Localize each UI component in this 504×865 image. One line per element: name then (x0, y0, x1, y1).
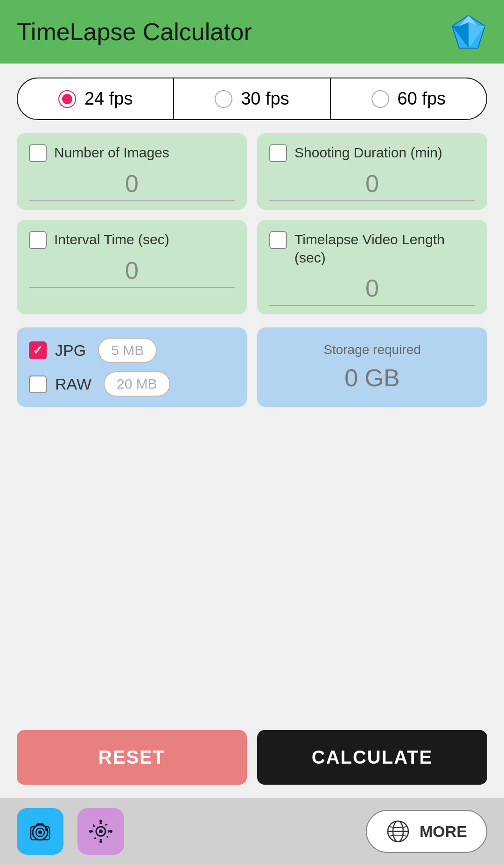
svg-point-13 (110, 830, 112, 833)
raw-size[interactable]: 20 MB (104, 371, 170, 397)
fps-30-option[interactable]: 30 fps (174, 78, 330, 120)
svg-point-6 (38, 830, 42, 834)
action-buttons: RESET CALCULATE (0, 730, 504, 798)
interval-time-card: Interval Time (sec) 0 (17, 220, 247, 314)
raw-label: RAW (55, 375, 91, 393)
diamond-icon (450, 13, 487, 50)
num-images-checkbox[interactable] (29, 144, 47, 162)
raw-row: RAW 20 MB (29, 371, 235, 397)
app-header: TimeLapse Calculator (0, 0, 504, 64)
interval-time-value[interactable]: 0 (29, 254, 235, 288)
format-card: ✓ JPG 5 MB RAW 20 MB (17, 327, 247, 407)
num-images-label: Number of Images (54, 143, 169, 162)
svg-point-7 (45, 828, 48, 831)
reset-button[interactable]: RESET (17, 730, 247, 785)
globe-icon (386, 819, 410, 844)
shooting-duration-checkbox[interactable] (269, 144, 287, 162)
checkmark-icon: ✓ (33, 343, 43, 358)
jpg-checkbox[interactable]: ✓ (29, 341, 47, 359)
raw-checkbox[interactable] (29, 376, 47, 393)
interval-time-checkbox[interactable] (29, 231, 47, 249)
fps-24-radio[interactable] (58, 90, 76, 108)
fps-30-label: 30 fps (241, 89, 289, 109)
camera-icon (26, 817, 54, 845)
bottom-nav: MORE (0, 798, 504, 865)
fps-60-label: 60 fps (398, 89, 446, 109)
settings-icon (87, 817, 115, 845)
video-length-card: Timelapse Video Length (sec) 0 (257, 220, 487, 314)
main-content: 24 fps 30 fps 60 fps Number of Images 0 … (0, 64, 504, 416)
shooting-duration-header: Shooting Duration (min) (269, 143, 475, 162)
input-cards-grid: Number of Images 0 Shooting Duration (mi… (17, 133, 487, 314)
storage-card: Storage required 0 GB (257, 327, 487, 407)
calculate-button[interactable]: CALCULATE (257, 730, 487, 785)
more-nav-button[interactable]: MORE (366, 810, 487, 853)
svg-point-12 (89, 830, 92, 833)
jpg-label: JPG (55, 341, 86, 360)
settings-nav-button[interactable] (77, 808, 124, 855)
svg-point-9 (99, 830, 103, 833)
fps-30-radio[interactable] (215, 90, 232, 108)
interval-time-label: Interval Time (sec) (54, 230, 169, 248)
jpg-row: ✓ JPG 5 MB (29, 338, 235, 363)
shooting-duration-value[interactable]: 0 (269, 167, 475, 201)
svg-point-10 (99, 820, 102, 822)
shooting-duration-card: Shooting Duration (min) 0 (257, 133, 487, 210)
camera-nav-button[interactable] (17, 808, 63, 855)
storage-label: Storage required (323, 342, 421, 357)
num-images-value[interactable]: 0 (29, 167, 235, 201)
spacer (0, 416, 504, 730)
format-storage-row: ✓ JPG 5 MB RAW 20 MB Storage required 0 … (17, 327, 487, 407)
svg-point-11 (99, 840, 102, 843)
interval-time-header: Interval Time (sec) (29, 230, 235, 249)
storage-value: 0 GB (344, 364, 400, 392)
fps-60-option[interactable]: 60 fps (331, 78, 487, 120)
video-length-label: Timelapse Video Length (sec) (294, 230, 475, 267)
num-images-card: Number of Images 0 (17, 133, 247, 210)
jpg-size[interactable]: 5 MB (98, 338, 157, 363)
fps-24-label: 24 fps (84, 89, 133, 109)
video-length-value[interactable]: 0 (269, 271, 475, 306)
video-length-header: Timelapse Video Length (sec) (269, 230, 475, 267)
more-label: MORE (420, 822, 467, 841)
app-title: TimeLapse Calculator (17, 18, 252, 46)
fps-24-option[interactable]: 24 fps (17, 78, 174, 120)
num-images-header: Number of Images (29, 143, 235, 162)
fps-60-radio[interactable] (371, 90, 389, 108)
fps-selector: 24 fps 30 fps 60 fps (17, 78, 487, 120)
video-length-checkbox[interactable] (269, 231, 287, 249)
shooting-duration-label: Shooting Duration (min) (294, 143, 442, 162)
